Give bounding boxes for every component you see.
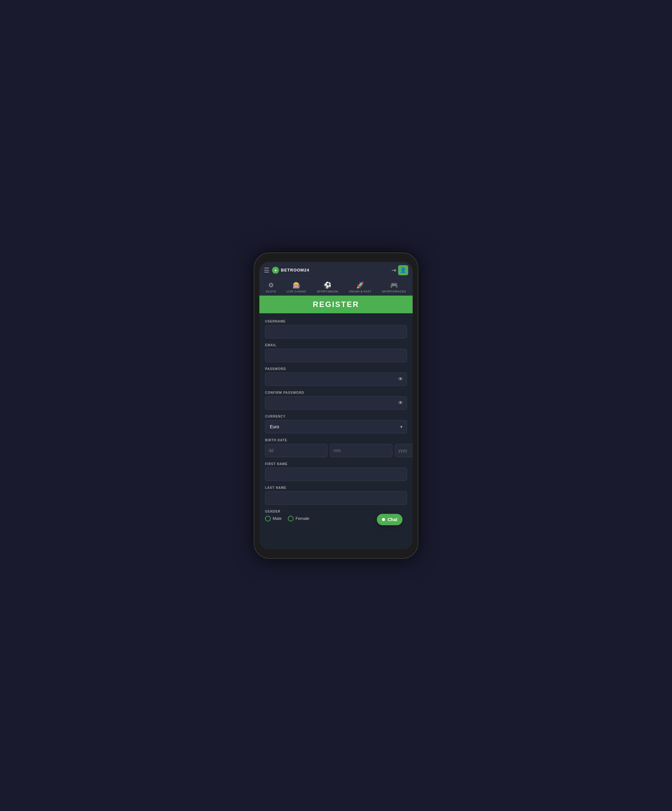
sports-races-icon: 🎮: [390, 281, 398, 289]
birth-day-input[interactable]: [265, 444, 327, 457]
register-form: USERNAME EMAIL PASSWORD 👁 CONFIRM PASSWO…: [259, 313, 413, 533]
logo-area: ● BETROOM24: [272, 267, 389, 274]
currency-group: CURRENCY Euro USD GBP BTC ▾: [265, 415, 407, 433]
sports-races-label: SPORTS/RACES: [382, 290, 406, 293]
birth-date-group: BIRTH DATE: [265, 438, 407, 457]
nav-bar: ⚙ SLOTS 🎰 LIVE CASINO ⚽ SPORTSBOOK 🚀 CRA…: [259, 278, 413, 295]
confirm-password-label: CONFIRM PASSWORD: [265, 391, 407, 394]
hamburger-icon[interactable]: ☰: [264, 266, 269, 274]
password-input[interactable]: [265, 373, 407, 386]
username-input[interactable]: [265, 325, 407, 338]
email-label: EMAIL: [265, 343, 407, 347]
crash-fast-icon: 🚀: [356, 281, 364, 289]
gender-female-radio[interactable]: [288, 516, 294, 521]
currency-select-wrapper: Euro USD GBP BTC ▾: [265, 420, 407, 433]
currency-label: CURRENCY: [265, 415, 407, 418]
crash-fast-label: CRASH & FAST: [349, 290, 371, 293]
live-casino-label: LIVE CASINO: [287, 290, 306, 293]
sportsbook-label: SPORTSBOOK: [317, 290, 338, 293]
page-title: REGISTER: [264, 300, 408, 309]
first-name-group: FIRST NAME: [265, 462, 407, 481]
password-toggle-icon[interactable]: 👁: [398, 377, 403, 382]
birth-year-input[interactable]: [395, 444, 413, 457]
nav-item-slots[interactable]: ⚙ SLOTS: [266, 281, 276, 293]
first-name-input[interactable]: [265, 468, 407, 481]
logo-text: BETROOM24: [281, 268, 310, 272]
last-name-label: LAST NAME: [265, 486, 407, 489]
gender-female-option[interactable]: Female: [288, 516, 309, 521]
gender-male-radio[interactable]: [265, 516, 271, 521]
header-actions: ⇥ 👤: [391, 265, 408, 275]
logo-icon: ●: [272, 267, 279, 274]
birth-month-input[interactable]: [330, 444, 393, 457]
chat-dot-icon: [382, 518, 385, 521]
gender-male-label: Male: [273, 516, 281, 521]
page-title-bar: REGISTER: [259, 295, 413, 313]
slots-label: SLOTS: [266, 290, 276, 293]
nav-item-live-casino[interactable]: 🎰 LIVE CASINO: [287, 281, 306, 293]
sportsbook-icon: ⚽: [324, 281, 332, 289]
email-group: EMAIL: [265, 343, 407, 362]
last-name-input[interactable]: [265, 491, 407, 505]
phone-device: ☰ ● BETROOM24 ⇥ 👤 ⚙ SLOTS 🎰 LIVE CASINO …: [254, 253, 418, 559]
email-input[interactable]: [265, 349, 407, 362]
password-field-wrapper: 👁: [265, 373, 407, 386]
nav-item-crash-fast[interactable]: 🚀 CRASH & FAST: [349, 281, 371, 293]
nav-item-sports-races[interactable]: 🎮 SPORTS/RACES: [382, 281, 406, 293]
gender-male-option[interactable]: Male: [265, 516, 281, 521]
confirm-password-input[interactable]: [265, 396, 407, 410]
confirm-password-field-wrapper: 👁: [265, 396, 407, 410]
confirm-password-toggle-icon[interactable]: 👁: [398, 400, 403, 406]
confirm-password-group: CONFIRM PASSWORD 👁: [265, 391, 407, 410]
currency-select[interactable]: Euro USD GBP BTC: [265, 420, 407, 433]
app-header: ☰ ● BETROOM24 ⇥ 👤: [259, 262, 413, 278]
slots-icon: ⚙: [268, 281, 274, 289]
chat-button[interactable]: Chat: [377, 514, 403, 525]
last-name-group: LAST NAME: [265, 486, 407, 505]
birth-date-label: BIRTH DATE: [265, 438, 407, 442]
gender-female-label: Female: [295, 516, 309, 521]
phone-screen: ☰ ● BETROOM24 ⇥ 👤 ⚙ SLOTS 🎰 LIVE CASINO …: [259, 262, 413, 549]
chat-label: Chat: [388, 517, 398, 522]
nav-item-sportsbook[interactable]: ⚽ SPORTSBOOK: [317, 281, 338, 293]
gender-label: GENDER: [265, 510, 407, 513]
username-label: USERNAME: [265, 320, 407, 323]
first-name-label: FIRST NAME: [265, 462, 407, 466]
register-icon-button[interactable]: 👤: [398, 265, 408, 275]
username-group: USERNAME: [265, 320, 407, 338]
login-button[interactable]: ⇥: [391, 267, 396, 274]
date-row: [265, 444, 407, 457]
live-casino-icon: 🎰: [293, 281, 301, 289]
password-label: PASSWORD: [265, 367, 407, 371]
password-group: PASSWORD 👁: [265, 367, 407, 386]
